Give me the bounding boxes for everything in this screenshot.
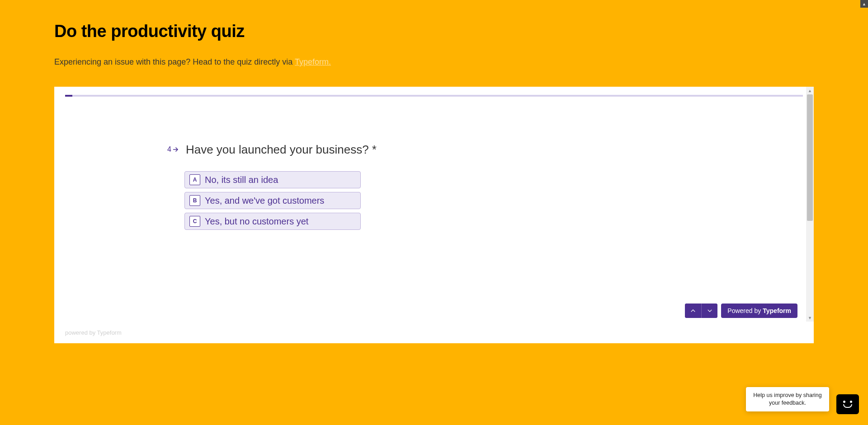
prev-question-button[interactable] bbox=[685, 304, 701, 318]
option-b[interactable]: B Yes, and we've got customers bbox=[184, 192, 361, 209]
option-label: No, its still an idea bbox=[205, 175, 278, 185]
question-number: 4 bbox=[167, 143, 179, 154]
question-text: Have you launched your business? * bbox=[186, 143, 377, 157]
typeform-link[interactable]: Typeform. bbox=[295, 57, 331, 66]
option-key-badge: B bbox=[189, 195, 200, 206]
issue-text-prefix: Experiencing an issue with this page? He… bbox=[54, 57, 295, 66]
scroll-thumb[interactable] bbox=[807, 94, 813, 221]
option-a[interactable]: A No, its still an idea bbox=[184, 171, 361, 188]
scroll-up-arrow-icon[interactable]: ▲ bbox=[806, 87, 814, 94]
page-scroll-up-icon[interactable]: ▲ bbox=[860, 0, 868, 8]
scroll-down-arrow-icon[interactable]: ▼ bbox=[806, 314, 814, 322]
nav-arrows bbox=[685, 304, 717, 318]
scroll-track[interactable] bbox=[806, 94, 814, 314]
progress-fill bbox=[65, 95, 72, 97]
arrow-right-icon bbox=[173, 146, 179, 153]
powered-by-prefix: Powered by bbox=[727, 307, 761, 314]
embed-scrollbar[interactable]: ▲ ▼ bbox=[806, 87, 814, 322]
feedback-tooltip: Help us improve by sharing your feedback… bbox=[746, 387, 829, 411]
typeform-embed: 4 Have you launched your business? * A N… bbox=[54, 87, 814, 343]
option-key-badge: C bbox=[189, 216, 200, 227]
powered-by-button[interactable]: Powered by Typeform bbox=[721, 304, 797, 318]
next-question-button[interactable] bbox=[701, 304, 717, 318]
chevron-down-icon bbox=[707, 308, 713, 314]
smiley-icon bbox=[842, 401, 854, 408]
chat-widget-button[interactable] bbox=[836, 394, 859, 414]
option-label: Yes, but no customers yet bbox=[205, 216, 308, 227]
options-list: A No, its still an idea B Yes, and we've… bbox=[184, 171, 361, 230]
chevron-up-icon bbox=[690, 308, 696, 314]
option-key-badge: A bbox=[189, 174, 200, 185]
footer-powered-by: powered by Typeform bbox=[65, 329, 122, 336]
page-title: Do the productivity quiz bbox=[54, 22, 814, 41]
issue-line: Experiencing an issue with this page? He… bbox=[54, 57, 814, 67]
question-number-value: 4 bbox=[167, 145, 171, 154]
option-c[interactable]: C Yes, but no customers yet bbox=[184, 213, 361, 230]
powered-by-brand: Typeform bbox=[763, 307, 791, 314]
progress-bar bbox=[65, 95, 803, 97]
option-label: Yes, and we've got customers bbox=[205, 196, 324, 206]
